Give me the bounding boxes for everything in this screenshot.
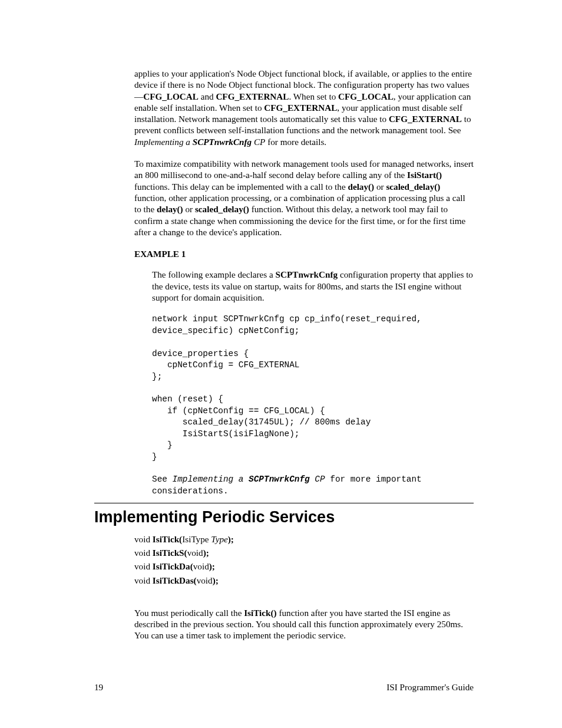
scaled-delay-fn: scaled_delay() — [195, 204, 249, 214]
fn-close: ); — [209, 561, 215, 571]
code-italic: CP — [310, 475, 325, 484]
text: or — [374, 182, 386, 192]
text: void — [134, 534, 153, 544]
code-line: cpNetConfig = CFG_EXTERNAL — [152, 360, 299, 370]
code-block: network input SCPTnwrkCnfg cp cp_info(re… — [152, 314, 474, 497]
section-heading: Implementing Periodic Services — [94, 507, 474, 527]
example-body: The following example declares a SCPTnwr… — [152, 269, 474, 497]
page-footer: 19 ISI Programmer's Guide — [94, 682, 474, 693]
text: The following example declares a — [152, 269, 276, 279]
paragraph-1: applies to your application's Node Objec… — [134, 68, 474, 147]
cfg-local: CFG_LOCAL — [338, 91, 394, 101]
code-line: scaled_delay(31745UL); // 800ms delay — [152, 417, 371, 427]
document-title: ISI Programmer's Guide — [386, 682, 474, 693]
fn-name: IsiTickDas( — [153, 575, 197, 585]
code-line: device_specific) cpNetConfig; — [152, 326, 299, 335]
delay-fn: delay() — [348, 182, 374, 192]
text: void — [197, 575, 213, 585]
text: and — [199, 91, 216, 101]
text: void — [134, 561, 153, 571]
scptnwrkcnfg: SCPTnwrkCnfg — [276, 269, 338, 279]
fn-close: ); — [203, 548, 209, 558]
code-line: network input SCPTnwrkCnfg cp cp_info(re… — [152, 314, 422, 324]
cfg-external: CFG_EXTERNAL — [264, 103, 337, 113]
code-line: when (reset) { — [152, 394, 223, 404]
text-italic: Implementing a — [134, 137, 193, 147]
text: void — [193, 561, 209, 571]
code-line: device_properties { — [152, 349, 249, 358]
fn-name: IsiTick( — [153, 534, 182, 544]
scaled-delay-fn: scaled_delay() — [386, 182, 440, 192]
code-text: See — [152, 475, 173, 484]
code-line: }; — [152, 372, 162, 381]
text: . When set to — [289, 91, 338, 101]
example-heading: EXAMPLE 1 — [134, 248, 474, 259]
section-divider — [94, 503, 474, 503]
code-line: IsiStartS(isiFlagNone); — [152, 429, 299, 439]
page-number: 19 — [94, 682, 103, 692]
cfg-external: CFG_EXTERNAL — [216, 91, 289, 101]
signature-2: void IsiTickS(void); — [134, 547, 474, 558]
signature-3: void IsiTickDa(void); — [134, 561, 474, 572]
fn-name: IsiTickS( — [153, 548, 187, 558]
fn-close: ); — [213, 575, 219, 585]
signature-1: void IsiTick(IsiType Type); — [134, 533, 474, 545]
text: for more details. — [265, 137, 326, 147]
code-line: if (cpNetConfig == CFG_LOCAL) { — [152, 406, 325, 416]
isistart: IsiStart() — [407, 170, 442, 180]
code-bold-italic: SCPTnwrkCnfg — [249, 475, 310, 484]
text-italic: CP — [252, 137, 265, 147]
signature-4: void IsiTickDas(void); — [134, 575, 474, 586]
cfg-external: CFG_EXTERNAL — [389, 114, 462, 124]
code-line: } — [152, 440, 173, 450]
paragraph-4: You must periodically call the IsiTick()… — [134, 607, 474, 641]
text: functions. This delay can be implemented… — [134, 182, 348, 192]
param: Type — [211, 534, 227, 544]
fn-close: ); — [228, 534, 234, 544]
text: or — [183, 204, 195, 214]
code-line: considerations. — [152, 486, 229, 496]
code-line: } — [152, 452, 157, 462]
text: void — [134, 548, 153, 558]
content-column: applies to your application's Node Objec… — [134, 68, 474, 641]
text: void — [134, 575, 153, 585]
paragraph-3: The following example declares a SCPTnwr… — [152, 269, 474, 303]
cfg-local: CFG_LOCAL — [143, 91, 199, 101]
text: You must periodically call the — [134, 608, 244, 618]
page: applies to your application's Node Objec… — [0, 0, 562, 728]
isitick-fn: IsiTick() — [244, 608, 276, 618]
paragraph-2: To maximize compatibility with network m… — [134, 158, 474, 238]
fn-name: IsiTickDa( — [153, 561, 193, 571]
code-text: for more important — [325, 475, 422, 484]
delay-fn: delay() — [157, 204, 183, 214]
text: void — [187, 548, 203, 558]
text: IsiType — [182, 534, 211, 544]
code-italic: Implementing a — [173, 475, 249, 484]
scptnwrkcnfg: SCPTnwrkCnfg — [193, 137, 252, 147]
